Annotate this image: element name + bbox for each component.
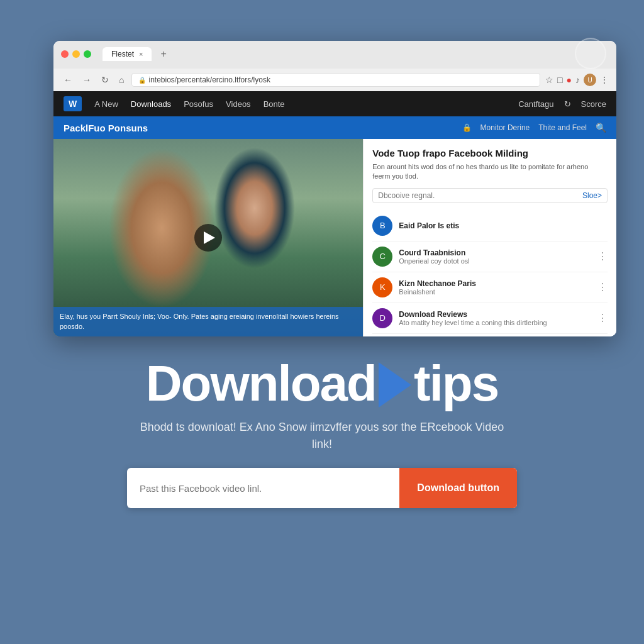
url-bar: ← → ↻ ⌂ 🔒 intebios/percentak/ercino.ltfo… [53, 69, 616, 91]
video-caption: Elay, hus you Parrt Shouly Inls; Voo- On… [53, 307, 363, 336]
sidebar-desc: Eon arount hits wod dos of no hes thardo… [372, 162, 608, 182]
subnav-thite[interactable]: Thite and Feel [538, 123, 587, 132]
more-icon-3[interactable]: ⋮ [597, 281, 608, 293]
more-icon-4[interactable]: ⋮ [597, 312, 608, 324]
more-options-icon[interactable]: ⋮ [600, 75, 609, 85]
sidebar-area: Vode Tuop frapo Facebook Milding Eon aro… [363, 139, 616, 336]
site-subnav: PacklFuo Ponsuns 🔒 Monitor Derine Thite … [53, 116, 616, 139]
nav-item-new[interactable]: A New [94, 99, 118, 109]
site-nav-right: Cantftagu ↻ Scorce [518, 99, 606, 109]
item-text-3: Kizn Ntechanoe Paris Beinalshent [399, 279, 591, 296]
sidebar-title: Vode Tuop frapo Facebook Milding [372, 148, 608, 158]
site-nav: W A New Downloads Posofus Videos Bonte C… [53, 91, 616, 116]
browser-chrome: Flestet × + [53, 41, 616, 69]
home-button[interactable]: ⌂ [116, 74, 126, 86]
avatar-1: B [372, 216, 392, 236]
item-sub-3: Beinalshent [399, 288, 591, 296]
item-text-1: Eaid Palor Is etis [399, 221, 608, 230]
video-area: Elay, hus you Parrt Shouly Inls; Voo- On… [53, 139, 363, 336]
url-field[interactable]: 🔒 intebios/percentak/ercino.ltfors/lyosk [131, 73, 540, 87]
tab-close-button[interactable]: × [139, 50, 143, 58]
extension-icon[interactable]: □ [557, 75, 562, 85]
subnav-monitor[interactable]: Monitor Derine [480, 123, 530, 132]
download-bar: Download button [127, 468, 517, 508]
item-title-2: Courd Traabnision [399, 248, 591, 257]
tab-bar: Flestet × + [103, 47, 170, 61]
new-tab-button[interactable]: + [157, 47, 170, 61]
lock-subnav-icon: 🔒 [462, 123, 472, 132]
profile-red-icon[interactable]: ● [567, 75, 572, 85]
list-item: B Eaid Palor Is etis [372, 211, 608, 242]
play-button[interactable] [194, 224, 222, 252]
item-title-3: Kizn Ntechanoe Paris [399, 279, 591, 288]
more-icon-2[interactable]: ⋮ [597, 250, 608, 262]
forward-button[interactable]: → [80, 74, 94, 86]
maximize-traffic-light[interactable] [84, 50, 91, 58]
nav-item-refresh-icon[interactable]: ↻ [564, 99, 571, 109]
subnav-right: 🔒 Monitor Derine Thite and Feel 🔍 [462, 123, 606, 133]
circle-decoration [575, 38, 606, 69]
item-title-4: Download Reviews [399, 310, 591, 319]
hero-title-accent: d [347, 358, 376, 409]
hero-title-arrow-icon [379, 362, 411, 408]
nav-item-cantftagu[interactable]: Cantftagu [518, 99, 553, 109]
tab-title: Flestet [111, 50, 134, 58]
video-caption-text: Elay, hus you Parrt Shouly Inls; Voo- On… [60, 313, 339, 330]
download-button[interactable]: Download button [399, 468, 517, 508]
hero-title: Downloa d tips [146, 358, 498, 409]
url-actions: ☆ □ ● ♪ U ⋮ [545, 74, 609, 86]
download-input[interactable] [127, 483, 399, 494]
item-text-2: Courd Traabnision Onperieal coy dotot os… [399, 248, 591, 265]
site-content: Elay, hus you Parrt Shouly Inls; Voo- On… [53, 139, 616, 336]
hero-section: Downloa d tips Bhodd ts downloat! Ex Ano… [0, 358, 644, 508]
browser-window: Flestet × + ← → ↻ ⌂ 🔒 intebios/percentak… [53, 41, 616, 336]
lock-icon: 🔒 [138, 77, 146, 84]
nav-item-videos[interactable]: Videos [226, 99, 251, 109]
hero-title-part2: tips [414, 358, 498, 409]
search-icon[interactable]: 🔍 [596, 123, 606, 133]
hero-title-part1: Downloa [146, 358, 347, 409]
volume-icon[interactable]: ♪ [575, 75, 580, 85]
list-item: C Courd Traabnision Onperieal coy dotot … [372, 242, 608, 272]
nav-item-posofus[interactable]: Posofus [184, 99, 213, 109]
sidebar-input-btn[interactable]: Sloe> [582, 191, 602, 200]
browser-controls: Flestet × + [61, 47, 609, 61]
avatar-4: D [372, 308, 392, 328]
site-brand: PacklFuo Ponsuns [64, 123, 148, 133]
refresh-button[interactable]: ↻ [99, 74, 111, 86]
bookmark-icon[interactable]: ☆ [545, 75, 553, 85]
hero-subtitle: Bhodd ts downloat! Ex Ano Snow iimzvffer… [133, 419, 511, 453]
back-button[interactable]: ← [61, 74, 75, 86]
profile-avatar[interactable]: U [584, 74, 596, 86]
sidebar-search-input[interactable] [378, 191, 582, 200]
site-logo[interactable]: W [64, 96, 82, 111]
play-icon [204, 231, 215, 244]
active-tab[interactable]: Flestet × [103, 47, 152, 61]
list-item: D Download Reviews Ato matity hey level … [372, 303, 608, 334]
avatar-3: K [372, 277, 392, 297]
sidebar-input-row[interactable]: Sloe> [372, 188, 608, 203]
minimize-traffic-light[interactable] [72, 50, 80, 58]
item-sub-2: Onperieal coy dotot osl [399, 257, 591, 265]
nav-item-scorce[interactable]: Scorce [581, 99, 606, 109]
item-sub-4: Ato matity hey level time a coning this … [399, 319, 591, 326]
close-traffic-light[interactable] [61, 50, 69, 58]
nav-item-downloads[interactable]: Downloads [131, 99, 171, 109]
nav-item-bonte[interactable]: Bonte [264, 99, 285, 109]
item-title-1: Eaid Palor Is etis [399, 221, 608, 230]
item-text-4: Download Reviews Ato matity hey level ti… [399, 310, 591, 326]
url-text: intebios/percentak/ercino.ltfors/lyosk [148, 75, 270, 84]
list-item: K Kizn Ntechanoe Paris Beinalshent ⋮ [372, 272, 608, 303]
avatar-2: C [372, 247, 392, 267]
